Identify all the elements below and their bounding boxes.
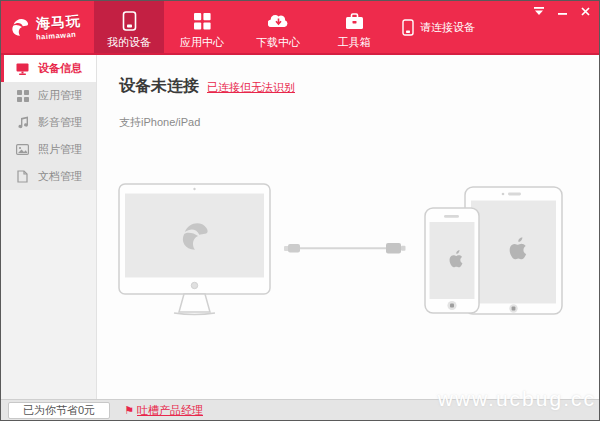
tab-my-devices[interactable]: 我的设备 (94, 1, 164, 53)
toolbox-icon (345, 11, 364, 31)
main-content: 设备未连接 已连接但无法识别 支持iPhone/iPad (98, 55, 599, 399)
phone-small-icon (402, 19, 414, 36)
phone-icon (122, 11, 137, 31)
menu-button[interactable] (533, 6, 545, 17)
sidebar-item-photo-manage[interactable]: 照片管理 (1, 136, 96, 163)
window-controls (533, 6, 591, 17)
savings-badge: 已为你节省0元 (8, 402, 110, 419)
sidebar-item-label: 应用管理 (38, 88, 82, 103)
feedback-link[interactable]: 吐槽产品经理 (137, 403, 203, 418)
connect-device-label: 请连接设备 (420, 20, 475, 35)
sidebar-item-app-manage[interactable]: 应用管理 (1, 82, 96, 109)
sidebar-item-doc-manage[interactable]: 文档管理 (1, 163, 96, 190)
music-icon (16, 116, 29, 129)
sidebar-item-label: 照片管理 (38, 142, 82, 157)
supported-devices-text: 支持iPhone/iPad (119, 115, 200, 130)
close-button[interactable] (579, 6, 591, 17)
tab-label: 应用中心 (180, 35, 224, 50)
app-logo: 海马玩 haimawan (1, 1, 94, 53)
minimize-button[interactable] (556, 6, 568, 17)
sidebar-item-label: 设备信息 (38, 61, 82, 76)
apps-icon (16, 89, 29, 102)
connection-illustration (98, 175, 600, 385)
sidebar-item-media-manage[interactable]: 影音管理 (1, 109, 96, 136)
tab-label: 下载中心 (256, 35, 300, 50)
tab-toolbox[interactable]: 工具箱 (316, 1, 392, 53)
document-icon (16, 170, 29, 183)
tab-download-center[interactable]: 下载中心 (240, 1, 316, 53)
feedback-area[interactable]: ⚑ 吐槽产品经理 (124, 403, 203, 418)
usb-cable (284, 243, 406, 254)
cloud-download-icon (268, 11, 289, 31)
sidebar-item-label: 影音管理 (38, 115, 82, 130)
iphone-illustration (425, 208, 479, 313)
page-title: 设备未连接 (119, 76, 199, 97)
site-watermark: www.ucbug.cc (438, 387, 596, 411)
brand-name: 海马玩 (36, 13, 82, 30)
header-bar: 海马玩 haimawan 我的设备 应用中心 下载中心 (1, 1, 599, 55)
tab-label: 工具箱 (338, 35, 371, 50)
tab-label: 我的设备 (107, 35, 151, 50)
tab-app-center[interactable]: 应用中心 (164, 1, 240, 53)
monitor-illustration (119, 184, 270, 315)
title-row: 设备未连接 已连接但无法识别 (119, 76, 295, 97)
monitor-icon (16, 62, 29, 75)
connect-device-status: 请连接设备 (402, 1, 475, 53)
app-window: 海马玩 haimawan 我的设备 应用中心 下载中心 (0, 0, 600, 421)
flag-icon: ⚑ (124, 405, 134, 416)
seahorse-logo-icon (8, 15, 32, 39)
grid-icon (194, 11, 211, 31)
logo-text: 海马玩 haimawan (36, 15, 81, 40)
sidebar-item-label: 文档管理 (38, 169, 82, 184)
brand-subtitle: haimawan (36, 30, 81, 41)
sidebar-item-device-info[interactable]: 设备信息 (1, 55, 96, 82)
connected-not-recognized-link[interactable]: 已连接但无法识别 (207, 80, 295, 95)
photo-icon (16, 143, 29, 156)
sidebar: 设备信息 应用管理 影音管理 照片管理 文档管理 (1, 55, 97, 399)
